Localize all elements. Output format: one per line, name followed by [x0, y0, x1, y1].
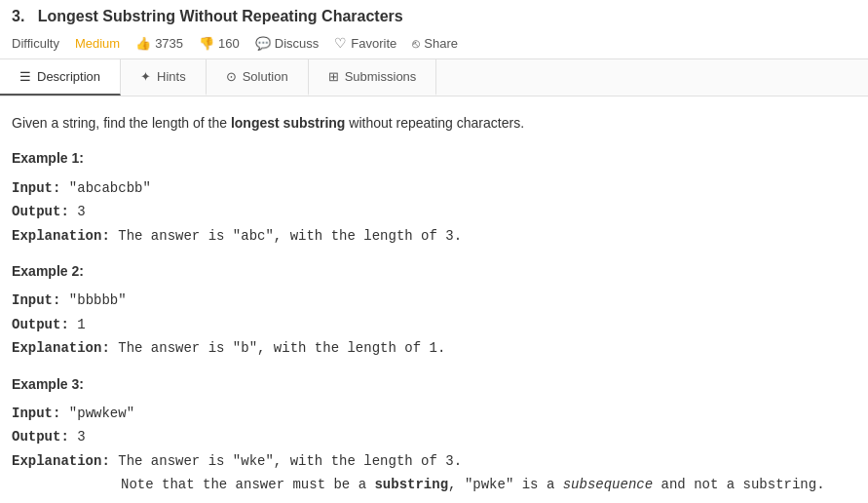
tabs-bar: Description Hints Solution Submissions: [0, 59, 868, 97]
example3-note: Note that the answer must be a substring…: [121, 474, 856, 495]
tab-description[interactable]: Description: [0, 59, 121, 96]
difficulty-value: Medium: [75, 36, 120, 51]
example3-explanation-text: The answer is "wke", with the length of …: [110, 453, 462, 469]
example1-explanation: Explanation: The answer is "abc", with t…: [12, 225, 856, 247]
example2-output-value: 1: [69, 317, 86, 332]
example1-explanation-label: Explanation:: [12, 228, 110, 244]
example3-input-value: "pwwkew": [60, 406, 134, 421]
note-prefix: Note that the answer must be a: [121, 477, 374, 492]
problem-name: Longest Substring Without Repeating Char…: [38, 8, 403, 24]
note-middle: , "pwke" is a: [448, 477, 563, 492]
downvote-count: 160: [218, 36, 240, 51]
submissions-icon: [328, 69, 339, 84]
example1-output: Output: 3: [12, 201, 856, 222]
example3-explanation: Explanation: The answer is "wke", with t…: [12, 450, 856, 472]
example2-explanation-value: The answer is "b", with the length of 1.: [110, 340, 445, 356]
example1-output-label: Output:: [12, 204, 69, 219]
upvote-count: 3735: [155, 36, 183, 51]
example2-output: Output: 1: [12, 314, 856, 335]
thumbup-icon: [135, 36, 151, 51]
tab-solution[interactable]: Solution: [207, 59, 309, 96]
tab-hints-label: Hints: [157, 69, 186, 84]
favorite-label: Favorite: [351, 36, 396, 51]
example2-explanation: Explanation: The answer is "b", with the…: [12, 337, 856, 359]
example1-output-value: 3: [69, 204, 86, 219]
example3-explanation-label: Explanation:: [12, 453, 110, 469]
description-icon: [19, 69, 31, 84]
meta-bar: Difficulty Medium 3735 160 Discuss Favor…: [12, 31, 856, 55]
example2-output-label: Output:: [12, 317, 69, 332]
example3-output-label: Output:: [12, 429, 69, 445]
tab-solution-label: Solution: [243, 69, 288, 84]
tab-submissions-label: Submissions: [345, 69, 417, 84]
content-area: Given a string, find the length of the l…: [0, 97, 868, 503]
note-end: and not a substring.: [653, 477, 824, 492]
problem-title-bar: 3. Longest Substring Without Repeating C…: [0, 0, 868, 59]
example2-input: Input: "bbbbb": [12, 290, 856, 311]
heart-icon: [334, 35, 347, 51]
tab-description-label: Description: [37, 69, 100, 84]
discuss-button[interactable]: Discuss: [255, 36, 320, 51]
example1-explanation-value: The answer is "abc", with the length of …: [110, 228, 462, 244]
example1-input-value: "abcabcbb": [60, 180, 150, 196]
thumbdown-icon: [199, 36, 214, 51]
note-subsequence: subsequence: [563, 477, 653, 492]
difficulty-label: Difficulty: [12, 36, 59, 51]
example2-input-value: "bbbbb": [60, 292, 126, 308]
problem-number: 3.: [12, 8, 24, 24]
example2-input-label: Input:: [12, 292, 60, 308]
example1-input: Input: "abcabcbb": [12, 177, 856, 199]
favorite-button[interactable]: Favorite: [334, 35, 396, 51]
example3-title: Example 3:: [12, 373, 856, 395]
example1-title: Example 1:: [12, 147, 856, 169]
share-button[interactable]: Share: [412, 36, 458, 51]
example3-input-label: Input:: [12, 406, 60, 421]
example1-input-label: Input:: [12, 180, 60, 196]
example3-output-value: 3: [69, 429, 86, 445]
problem-title: 3. Longest Substring Without Repeating C…: [12, 8, 856, 25]
example2-explanation-label: Explanation:: [12, 340, 110, 356]
tab-hints[interactable]: Hints: [121, 59, 207, 96]
discuss-label: Discuss: [275, 36, 320, 51]
downvote-button[interactable]: 160: [199, 36, 240, 51]
example3-output: Output: 3: [12, 426, 856, 447]
tab-submissions[interactable]: Submissions: [309, 59, 437, 96]
note-substring: substring: [374, 477, 448, 492]
solution-icon: [226, 69, 237, 84]
example3-input: Input: "pwwkew": [12, 403, 856, 424]
discuss-icon: [255, 36, 271, 51]
share-label: Share: [424, 36, 458, 51]
bold-longest-substring: longest substring: [231, 115, 345, 131]
share-icon: [412, 36, 420, 51]
hints-icon: [140, 69, 151, 84]
description-text: Given a string, find the length of the l…: [12, 112, 856, 134]
example2-title: Example 2:: [12, 260, 856, 282]
upvote-button[interactable]: 3735: [135, 36, 183, 51]
